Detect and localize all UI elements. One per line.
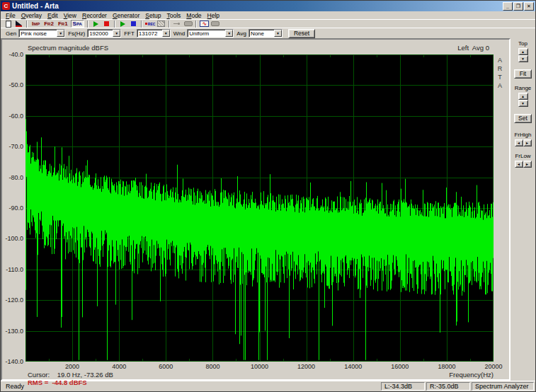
menu-recorder[interactable]: Recorder — [79, 12, 110, 19]
play-button[interactable] — [91, 20, 101, 28]
fs-label: Fs(Hz) — [68, 30, 85, 37]
x-tick-label: 14000 — [338, 363, 369, 370]
chevron-down-icon[interactable]: ▼ — [57, 30, 64, 37]
toolbar-separator — [141, 21, 142, 28]
frhigh-label: FrHigh — [514, 132, 531, 138]
top-down-button[interactable]: ▼ — [518, 55, 528, 62]
set-button[interactable]: Set — [514, 114, 532, 123]
frhigh-right-button[interactable]: ► — [523, 139, 532, 146]
y-tick-label: -110.0 — [2, 266, 23, 273]
stop-icon — [131, 21, 136, 26]
y-tick-label: -80.0 — [2, 174, 23, 181]
menu-generator[interactable]: Generator — [110, 12, 142, 19]
disabled-meter-button — [183, 20, 193, 28]
frhigh-spinner: ◄ ► — [515, 139, 532, 146]
window-function-select[interactable]: Uniform ▼ — [187, 29, 234, 38]
disabled-probe-button — [173, 20, 182, 28]
menu-file[interactable]: File — [3, 12, 18, 19]
oscilloscope-button[interactable]: ∿ — [200, 20, 209, 28]
sample-rate-select[interactable]: 192000 ▼ — [87, 29, 121, 38]
plot-control-panel: Top ▲ ▼ Fit Range ▲ ▼ Set FrHigh ◄ ► FrL… — [511, 38, 535, 381]
y-tick-label: -100.0 — [2, 235, 23, 242]
range-up-button[interactable]: ▲ — [518, 93, 528, 100]
impulse-mode-button[interactable]: Imp — [30, 20, 41, 28]
generator-start-button[interactable] — [118, 20, 127, 28]
close-button[interactable]: ✕ — [524, 2, 534, 11]
arta-window: C Untitled - Arta _ ❐ ✕ File Overlay Edi… — [0, 0, 536, 392]
client-area: Spectrum magnitude dBFS Left Avg 0 ARTA … — [1, 38, 535, 381]
chevron-down-icon[interactable]: ▼ — [225, 30, 233, 37]
generator-stop-button[interactable] — [129, 20, 138, 28]
spectrum-canvas[interactable] — [25, 54, 494, 362]
x-tick-label: 10000 — [244, 363, 275, 370]
avg-label: Avg — [236, 30, 246, 37]
new-file-button[interactable] — [4, 20, 13, 28]
menu-view[interactable]: View — [61, 12, 79, 19]
top-spinner: ▲ ▼ — [518, 48, 528, 62]
title-bar[interactable]: C Untitled - Arta _ ❐ ✕ — [1, 1, 535, 11]
sine-wave-icon: ∿ — [200, 21, 209, 27]
channel-average-info: Left Avg 0 — [457, 44, 489, 52]
averaging-select[interactable]: None ▼ — [249, 29, 283, 38]
fr2-mode-button[interactable]: Fr2 — [42, 20, 55, 28]
menu-setup[interactable]: Setup — [142, 12, 164, 19]
disabled-meter2-button — [210, 20, 219, 28]
reset-button[interactable]: Reset — [288, 29, 315, 38]
fit-button[interactable]: Fit — [514, 69, 532, 79]
status-left-level: L:-34.3dB — [381, 382, 425, 391]
generator-type-select[interactable]: Pink noise ▼ — [18, 29, 65, 38]
settings-toolbar: Gen Pink noise ▼ Fs(Hz) 192000 ▼ FFT 131… — [1, 28, 535, 38]
y-tick-label: -70.0 — [2, 143, 23, 150]
record-to-file-button[interactable]: REC — [145, 20, 156, 28]
chevron-down-icon[interactable]: ▼ — [113, 30, 120, 37]
play-icon — [93, 21, 98, 27]
rec-icon: REC — [145, 22, 156, 26]
menu-bar: File Overlay Edit View Recorder Generato… — [1, 11, 535, 19]
cursor-readout: Cursor: 19.0 Hz, -73.26 dB — [28, 371, 113, 379]
status-right-level: R:-35.0dB — [426, 382, 470, 391]
maximize-button[interactable]: ❐ — [513, 2, 523, 11]
range-down-button[interactable]: ▼ — [518, 100, 528, 107]
x-tick-label: 6000 — [150, 363, 181, 370]
sample-rate-value: 192000 — [88, 30, 113, 37]
frlow-spinner: ◄ ► — [515, 161, 532, 168]
menu-help[interactable]: Help — [205, 12, 222, 19]
y-tick-label: -50.0 — [2, 81, 23, 88]
chevron-down-icon[interactable]: ▼ — [274, 30, 282, 37]
x-tick-label: 20000 — [478, 363, 509, 370]
meter-icon — [184, 21, 193, 26]
x-tick-label: 16000 — [384, 363, 416, 370]
menu-tools[interactable]: Tools — [164, 12, 183, 19]
menu-mode[interactable]: Mode — [183, 12, 204, 19]
play-icon — [120, 21, 125, 27]
main-toolbar: Imp Fr2 Fr1 Spa REC ∿ — [1, 19, 535, 28]
fr1-mode-button[interactable]: Fr1 — [57, 20, 69, 28]
frlow-right-button[interactable]: ► — [523, 161, 532, 168]
frhigh-left-button[interactable]: ◄ — [515, 139, 523, 146]
x-tick-label: 2000 — [57, 363, 88, 370]
menu-edit[interactable]: Edit — [45, 12, 61, 19]
toolbar-separator — [114, 21, 115, 28]
signal-icon — [16, 21, 22, 27]
fft-size-select[interactable]: 131072 ▼ — [137, 29, 171, 38]
signal-record-button[interactable] — [14, 20, 23, 28]
y-axis-labels: -40.0-50.0-60.0-70.0-80.0-90.0-100.0-110… — [2, 40, 24, 379]
gen-label: Gen — [6, 30, 16, 37]
chevron-down-icon[interactable]: ▼ — [162, 30, 170, 37]
record-button[interactable] — [102, 20, 111, 28]
y-tick-label: -120.0 — [2, 296, 23, 304]
frlow-left-button[interactable]: ◄ — [515, 161, 523, 168]
fft-size-value: 131072 — [137, 30, 162, 37]
averaging-value: None — [249, 30, 274, 37]
window-title: Untitled - Arta — [12, 2, 502, 10]
toolbar-separator — [169, 21, 170, 28]
x-axis-labels: 2000400060008000100001200014000160001800… — [2, 363, 509, 371]
minimize-button[interactable]: _ — [503, 2, 513, 11]
top-up-button[interactable]: ▲ — [518, 48, 528, 55]
status-mode: Spectrum Analyzer — [472, 382, 534, 391]
x-tick-label: 4000 — [103, 363, 135, 370]
menu-overlay[interactable]: Overlay — [18, 12, 45, 19]
app-icon: C — [2, 2, 10, 10]
spectrum-mode-button[interactable]: Spa — [71, 20, 84, 28]
hatched-icon — [157, 21, 165, 27]
